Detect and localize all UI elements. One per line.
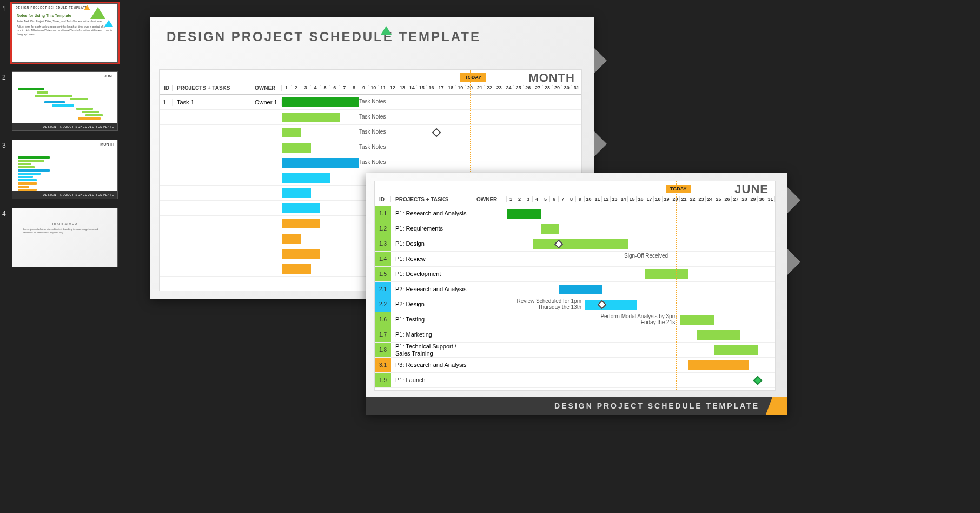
task-bar[interactable]	[714, 345, 758, 355]
task-bar[interactable]	[282, 173, 330, 183]
day-header: 24	[706, 196, 714, 202]
gantt-row: 1Task 1Owner 1Task Notes	[160, 95, 581, 110]
slide-thumbnail-1[interactable]: 1 DESIGN PROJECT SCHEDULE TEMPLATE Notes…	[2, 3, 125, 63]
day-header: 4	[533, 196, 541, 202]
task-note: Task Notes	[359, 144, 386, 150]
day-header: 10	[369, 85, 379, 90]
bar-area	[507, 236, 775, 251]
milestone-diamond-icon	[432, 128, 441, 137]
task-note: Task Notes	[359, 129, 386, 135]
day-header: 15	[417, 85, 427, 90]
gantt-header: JUNE TODAY ID PROJECTS + TASKS OWNER 123…	[375, 181, 775, 206]
thumbnail-preview: JUNE DESIGN PROJECT SCHEDULE TEMPLATE	[12, 71, 118, 131]
task-bar[interactable]	[697, 330, 740, 340]
day-header: 12	[388, 85, 398, 90]
slide-thumbnail-4[interactable]: 4 DISCLAIMER Lorem ipsum disclaimer plac…	[2, 208, 125, 267]
row-project: Task 1	[173, 99, 250, 106]
slide-thumbnail-3[interactable]: 3 MONTH DESIGN PROJECT SCHEDULE TEMPLATE	[2, 140, 125, 199]
task-bar[interactable]	[541, 224, 559, 234]
row-id-chip: 1.9	[375, 373, 391, 387]
day-header: 5	[541, 196, 550, 202]
task-bar[interactable]	[585, 300, 637, 310]
day-header: 13	[611, 196, 619, 202]
day-header: 17	[645, 196, 654, 202]
thumbnail-bars	[18, 88, 112, 121]
task-bar[interactable]	[282, 188, 311, 198]
task-bar[interactable]	[688, 360, 749, 370]
thumbnail-month: JUNE	[104, 74, 114, 78]
day-header: 5	[321, 85, 330, 90]
day-header: 23	[697, 196, 706, 202]
task-bar[interactable]	[559, 285, 602, 294]
row-project: P1: Marketing	[391, 331, 472, 338]
task-bar[interactable]	[680, 315, 714, 325]
task-bar[interactable]	[645, 269, 688, 279]
gantt-row: 1.1P1: Research and Analysis	[375, 206, 775, 221]
task-bar[interactable]	[282, 113, 340, 122]
task-bar[interactable]	[282, 249, 320, 259]
task-note: Review Scheduled for 1pm Thursday the 13…	[507, 298, 581, 310]
gantt-row: 1.7P1: Marketing	[375, 327, 775, 343]
task-bar[interactable]	[507, 209, 541, 219]
today-marker: TODAY	[666, 185, 691, 193]
day-header: 11	[379, 85, 388, 90]
day-header: 21	[680, 196, 688, 202]
day-header: 4	[311, 85, 321, 90]
bar-area	[507, 343, 775, 357]
slide-thumbnail-2[interactable]: 2 JUNE DESIGN PROJECT SCHEDULE TEMPLATE	[2, 71, 125, 131]
editor-canvas[interactable]: DESIGN PROJECT SCHEDULE TEMPLATE MONTH T…	[141, 0, 980, 513]
gantt-row: 1.3P1: Design	[375, 236, 775, 252]
bar-area: Task Notes	[282, 95, 581, 109]
day-header: 19	[663, 196, 671, 202]
day-headers: 1234567891011121314151617181920212223242…	[507, 196, 775, 202]
bar-area	[507, 267, 775, 281]
task-bar[interactable]	[282, 219, 320, 228]
bar-area: Perform Modal Analysis by 3pm Friday the…	[507, 312, 775, 327]
row-id-chip: 2.1	[375, 282, 391, 297]
day-header: 14	[407, 85, 417, 90]
task-bar[interactable]	[282, 234, 301, 244]
gantt-month-label: MONTH	[528, 71, 575, 85]
row-id-chip: 1.8	[375, 343, 391, 357]
thumbnail-preview: DESIGN PROJECT SCHEDULE TEMPLATE Notes f…	[12, 3, 118, 63]
task-bar[interactable]	[282, 97, 359, 107]
thumbnail-footer: DESIGN PROJECT SCHEDULE TEMPLATE	[12, 191, 117, 199]
day-header: 30	[758, 196, 766, 202]
task-bar[interactable]	[282, 128, 301, 137]
col-projects: PROJECTS + TASKS	[173, 85, 250, 91]
row-owner: Owner 1	[250, 99, 282, 106]
gantt-row: Task Notes	[160, 155, 581, 170]
row-project: P1: Design	[391, 240, 472, 247]
day-header: 24	[504, 85, 514, 90]
notch-icon	[594, 131, 607, 157]
day-header: 8	[567, 196, 576, 202]
notch-icon	[594, 48, 607, 74]
row-project: P2: Design	[391, 301, 472, 307]
task-bar[interactable]	[282, 158, 359, 168]
task-bar[interactable]	[282, 203, 320, 213]
gantt-row: Task Notes	[160, 110, 581, 125]
day-header: 30	[562, 85, 572, 90]
bar-area: Task Notes	[282, 140, 581, 155]
day-header: 8	[349, 85, 359, 90]
gantt-row: 1.8P1: Technical Support / Sales Trainin…	[375, 343, 775, 358]
row-id-chip: 1.1	[375, 206, 391, 221]
day-header: 28	[740, 196, 749, 202]
day-header: 29	[553, 85, 562, 90]
task-bar[interactable]	[533, 239, 628, 249]
slide-preview-front[interactable]: JUNE TODAY ID PROJECTS + TASKS OWNER 123…	[366, 173, 787, 415]
gantt-row: 2.2P2: DesignReview Scheduled for 1pm Th…	[375, 297, 775, 312]
day-header: 26	[524, 85, 533, 90]
day-header: 16	[427, 85, 436, 90]
task-bar[interactable]	[282, 143, 311, 153]
day-header: 28	[543, 85, 553, 90]
bar-area	[507, 358, 775, 372]
task-bar[interactable]	[282, 264, 311, 274]
day-header: 11	[593, 196, 602, 202]
thumbnail-bars	[18, 156, 112, 189]
triangle-icon	[90, 7, 105, 19]
thumbnail-number: 1	[2, 3, 12, 63]
gantt-row: 3.1P3: Research and Analysis	[375, 358, 775, 373]
row-project: P1: Requirements	[391, 225, 472, 232]
bar-area	[507, 373, 775, 387]
